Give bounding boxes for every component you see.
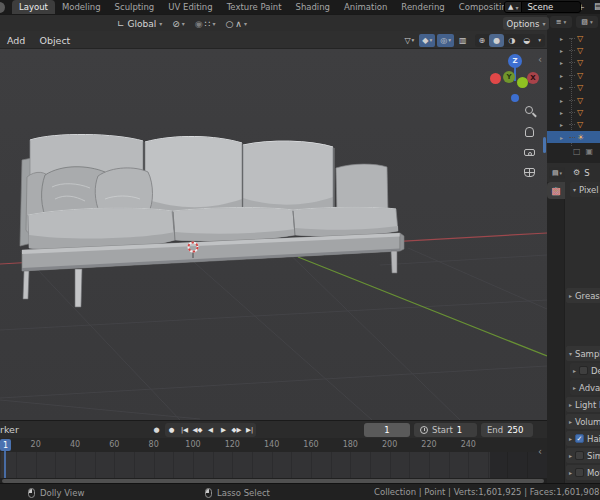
gizmo-y-axis[interactable]: Y	[503, 71, 515, 83]
expand-arrow-icon[interactable]: ▸	[560, 84, 569, 91]
scene-name[interactable]: Scene	[522, 1, 580, 13]
workspace-tab[interactable]: Animation	[337, 0, 394, 14]
collapse-region-icon[interactable]: ‹	[538, 54, 542, 65]
jump-to-end-button[interactable]: ▶|	[243, 423, 256, 437]
expand-arrow-icon[interactable]: ▸	[569, 292, 572, 299]
viewport-scrollbar[interactable]	[543, 137, 546, 153]
panel-section-header[interactable]: ▾ Sampling	[566, 346, 600, 361]
panel-section-header[interactable]: ▸ ✓ Hair	[566, 431, 600, 446]
gizmo-x-axis[interactable]: X	[527, 72, 539, 84]
expand-arrow-icon[interactable]: ▸	[569, 435, 572, 442]
gizmo-z-axis[interactable]: Z	[508, 54, 522, 68]
blender-menu-icon[interactable]	[0, 2, 5, 13]
expand-arrow-icon[interactable]: ▸	[560, 72, 569, 79]
proportional-editing-icon[interactable]: ○	[225, 19, 233, 29]
ortho-grid-icon[interactable]	[523, 165, 538, 180]
section-checkbox[interactable]	[579, 366, 588, 375]
mesh-data-icon[interactable]: □	[573, 147, 581, 156]
outliner-row-selected[interactable]: ▸ ☀	[547, 131, 600, 143]
rendered-shading-button[interactable]: ◒	[519, 34, 534, 47]
record-button[interactable]: ●	[150, 423, 163, 437]
play-button[interactable]: ▶	[217, 423, 230, 437]
expand-arrow-icon[interactable]: ▸	[569, 469, 572, 476]
panel-section-header[interactable]: ▸ Denoise	[570, 363, 600, 378]
panel-section-header[interactable]: ▸ Advanced	[570, 380, 600, 395]
playhead[interactable]: 1	[0, 439, 11, 451]
display-mode-dropdown[interactable]: ≡ ▾	[550, 16, 572, 28]
outliner-row[interactable]: ▸ ▽	[547, 44, 600, 56]
panel-section-header[interactable]: ▸ Simplify	[566, 448, 600, 463]
expand-arrow-icon[interactable]: ▸	[573, 367, 576, 374]
expand-arrow-icon[interactable]: ▸	[573, 384, 576, 391]
outliner-row[interactable]: ▸ ▽	[547, 119, 600, 131]
jump-to-start-button[interactable]: |◀	[178, 423, 191, 437]
panel-section-header[interactable]: ▾ Pixel Filter	[570, 182, 600, 197]
xray-toggle-button[interactable]: ▥	[456, 34, 470, 47]
record-button[interactable]: ●	[165, 423, 178, 437]
workspace-tab[interactable]: Sculpting	[108, 0, 162, 14]
panel-section-header[interactable]: ▸ Light Paths	[566, 397, 600, 412]
expand-arrow-icon[interactable]: ▸	[569, 418, 572, 425]
snap-magnet-icon[interactable]: ◉	[195, 19, 203, 29]
gizmo-z-negative[interactable]	[511, 94, 519, 102]
outliner-row[interactable]: ▸ ▽	[547, 82, 600, 94]
expand-arrow-icon[interactable]: ▾	[569, 350, 572, 357]
viewport-3d[interactable]: Z Y X ‹	[0, 49, 547, 420]
section-checkbox[interactable]	[575, 451, 584, 460]
outliner-row[interactable]: ▸ ▽	[547, 106, 600, 118]
marker-menu[interactable]: Marker	[0, 424, 19, 435]
workspace-tab[interactable]: Shading	[288, 0, 337, 14]
object-types-filter-button[interactable]: ▽ ▾	[401, 34, 417, 47]
expand-arrow-icon[interactable]: ▸	[560, 134, 569, 141]
workspace-tab[interactable]: Modeling	[55, 0, 108, 14]
scrollbar-thumb[interactable]	[2, 479, 544, 483]
wireframe-shading-button[interactable]: ⊕	[475, 34, 490, 47]
next-keyframe-button[interactable]: ◆▶	[230, 423, 243, 437]
section-checkbox[interactable]: ✓	[575, 434, 584, 443]
gizmo-x-negative[interactable]	[490, 73, 501, 84]
chevron-down-icon[interactable]: ▾	[159, 20, 162, 27]
expand-arrow-icon[interactable]: ▸	[560, 35, 569, 42]
workspace-tab[interactable]: Layout	[12, 0, 55, 14]
solid-shading-button[interactable]: ●	[489, 34, 504, 47]
frame-start-field[interactable]: Start 1	[414, 423, 477, 437]
shading-dropdown-button[interactable]: ▾	[534, 34, 545, 47]
expand-arrow-icon[interactable]: ▸	[560, 59, 569, 66]
outliner-filter-dropdown[interactable]: ▨ ▾	[576, 16, 598, 28]
expand-arrow-icon[interactable]: ▸	[560, 121, 569, 128]
pan-hand-icon[interactable]	[523, 125, 538, 140]
panel-section-header[interactable]: ▸ Motion Blur	[566, 465, 600, 480]
expand-arrow-icon[interactable]: ▸	[560, 47, 569, 54]
play-reverse-button[interactable]: ◀	[204, 423, 217, 437]
expand-arrow-icon[interactable]: ▸	[569, 401, 572, 408]
section-checkbox[interactable]	[575, 468, 584, 477]
workspace-tab[interactable]: Texture Paint	[220, 0, 289, 14]
viewport-menu[interactable]: Add	[0, 35, 32, 46]
panel-section-header[interactable]: ▸ Grease Pencil	[566, 288, 600, 303]
timeline-channels[interactable]	[0, 452, 547, 478]
expand-arrow-icon[interactable]: ▾	[573, 186, 576, 193]
chevron-down-icon[interactable]: ▾	[244, 20, 247, 27]
expand-arrow-icon[interactable]: ▸	[569, 452, 572, 459]
viewport-menu[interactable]: Object	[32, 35, 77, 46]
workspace-tab[interactable]: UV Editing	[161, 0, 219, 14]
tab-texture[interactable]: ▩	[547, 182, 565, 199]
falloff-curve-icon[interactable]: ∧	[235, 19, 242, 29]
current-frame-field[interactable]: 1	[364, 423, 410, 437]
frame-end-field[interactable]: End 250	[481, 423, 533, 437]
modifier-data-icon[interactable]: ▣	[586, 147, 594, 156]
outliner-row[interactable]: ▸ ▽	[547, 94, 600, 106]
snap-target-icon[interactable]: ⊘	[172, 19, 180, 29]
outliner-row[interactable]: ▸ ▽	[547, 69, 600, 81]
workspace-tab[interactable]: Rendering	[394, 0, 451, 14]
gizmos-toggle-button[interactable]: ◆ ▾	[419, 34, 435, 47]
scene-selector[interactable]: ▲ ▾ Scene	[504, 1, 581, 13]
chevron-down-icon[interactable]: ▾	[182, 20, 185, 27]
timeline-ruler[interactable]: 20406080100120140160180200220240	[0, 438, 547, 452]
expand-arrow-icon[interactable]: ▸	[560, 97, 569, 104]
panel-section-header[interactable]: ▸ Volumes	[566, 414, 600, 429]
outliner-row[interactable]: ▸ ▽	[547, 57, 600, 69]
outliner-row[interactable]: ▸ ▽	[547, 32, 600, 44]
material-preview-button[interactable]: ◑	[504, 34, 519, 47]
overlays-toggle-button[interactable]: ◎ ▾	[437, 34, 454, 47]
